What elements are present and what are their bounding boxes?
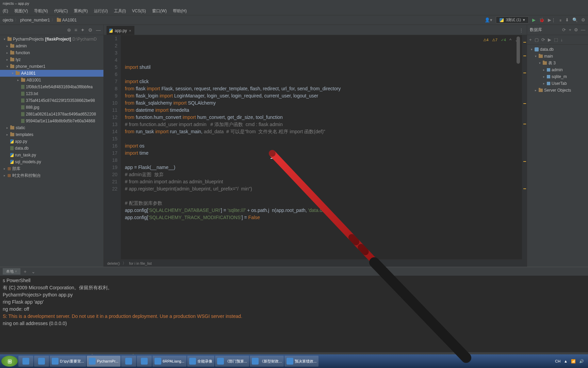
terminal-tab-local[interactable]: 本地 ×	[3, 268, 20, 275]
editor-tab-menu[interactable]: ⋮	[516, 26, 527, 35]
code-editor[interactable]: 12345678910111213141516171819202122 ⚠4 ⚠…	[104, 35, 527, 259]
folder-item[interactable]: ▸ lyz	[0, 56, 103, 63]
new-terminal-button[interactable]: +	[22, 269, 28, 274]
folder-item[interactable]: ▸ static	[0, 124, 103, 131]
menu-item[interactable]: 视图(V)	[14, 8, 28, 14]
file-item[interactable]: 1f08dc51efe54df4831694ba3f8bbfea	[0, 83, 103, 90]
file-item[interactable]: 123.txt	[0, 90, 103, 97]
more-run-icon[interactable]: ▶⋮	[548, 17, 556, 22]
code-line[interactable]	[125, 193, 527, 200]
db-tree-item[interactable]: ▾ 表 3	[528, 60, 587, 66]
code-line[interactable]: app.config['SQLALCHEMY_TRACK_MODIFICATIO…	[125, 214, 527, 221]
code-line[interactable]: # 配置数据库参数	[125, 200, 527, 207]
menu-item[interactable]: 导航(N)	[34, 8, 48, 14]
inspections-widget[interactable]: ⚠4 ⚠7 ✓4 ^ ⌄	[483, 36, 519, 44]
breadcrumb-item[interactable]: delete()	[107, 261, 120, 265]
db-settings-icon[interactable]: ⚙	[574, 27, 578, 32]
terminal-output[interactable]: s PowerShell有 (C) 2009 Microsoft Corpora…	[0, 276, 588, 352]
run-configuration-dropdown[interactable]: 3测试 (1) ▾	[496, 16, 529, 24]
file-item[interactable]: 95940af1e11a48b8b9d5b7e60a34868	[0, 118, 103, 124]
code-line[interactable]: import os	[125, 142, 527, 150]
code-line[interactable]: from flask import Flask, session, reques…	[125, 85, 527, 92]
menu-item[interactable]: 运行(U)	[94, 8, 108, 14]
db-tree-item[interactable]: ▸ sqlite_m	[528, 73, 587, 80]
ime-indicator[interactable]: CH	[555, 359, 560, 363]
tray-icon[interactable]: ▲	[564, 359, 568, 363]
breadcrumb[interactable]: ojects〉 phone_number1〉 AA1001	[3, 17, 77, 23]
folder-item[interactable]: ▾ AA1001	[0, 70, 103, 77]
menu-item[interactable]: 工具(I)	[114, 8, 126, 14]
taskbar-item[interactable]: PycharmPr...	[87, 356, 120, 367]
breadcrumb-segment[interactable]: ojects	[3, 18, 13, 22]
run-button[interactable]: ▶	[532, 17, 536, 22]
code-line[interactable]	[125, 157, 527, 164]
db-tree-item[interactable]: ▾ data.db	[528, 46, 587, 53]
db-tool-5[interactable]: ⬚	[554, 37, 558, 42]
taskbar-item[interactable]	[121, 356, 136, 367]
code-line[interactable]: import time	[125, 150, 527, 157]
code-line[interactable]: from function.hum_convert import hum_con…	[125, 114, 527, 121]
file-item[interactable]: app.py	[0, 138, 103, 145]
editor-breadcrumb[interactable]: delete() 〉 for i in file_list	[104, 259, 527, 267]
close-tab-icon[interactable]: ×	[129, 29, 131, 33]
start-button[interactable]: ⊞	[1, 356, 18, 367]
taskbar-item[interactable]: 全能录像	[187, 356, 214, 367]
folder-item[interactable]: ▸ function	[0, 49, 103, 56]
taskbar-item[interactable]: D:\py\重要宣...	[50, 356, 86, 367]
folder-item[interactable]: ▸ templates	[0, 131, 103, 138]
select-opened-file-icon[interactable]: ⊕	[67, 27, 71, 33]
code-line[interactable]: from flask_sqlalchemy import SQLAlchemy	[125, 99, 527, 107]
file-item[interactable]: 888.jpg	[0, 104, 103, 111]
taskbar-item[interactable]: 6RPALiang...	[152, 356, 186, 367]
code-line[interactable]: import click	[125, 78, 527, 85]
db-tool-6[interactable]: ↓	[561, 37, 563, 42]
error-stripe[interactable]	[522, 35, 527, 259]
db-tree-item[interactable]: ▸ Server Objects	[528, 87, 587, 94]
db-tree-item[interactable]: ▾ main	[528, 53, 587, 60]
file-item[interactable]: 2881a08261a141978ac6496ad652208	[0, 111, 103, 118]
project-tree[interactable]: ▾ PycharmProjects [flaskProject] D:\Pych…	[0, 35, 103, 180]
breadcrumb-segment[interactable]: phone_number1	[20, 18, 50, 22]
network-icon[interactable]: 📶	[571, 359, 576, 364]
editor-scrollbar[interactable]	[516, 35, 520, 259]
expand-all-icon[interactable]: ≡	[75, 27, 77, 33]
code-line[interactable]: from run_task import run_task_main, add_…	[125, 128, 527, 135]
file-item[interactable]: ▸⊞ 部库	[0, 165, 103, 172]
settings-icon[interactable]: ⚙	[88, 27, 93, 33]
db-hide-icon[interactable]: —	[581, 27, 585, 32]
breadcrumb-item[interactable]: for i in file_list	[129, 261, 152, 265]
debug-button[interactable]: 🐞	[539, 17, 544, 22]
taskbar-item[interactable]	[18, 356, 33, 367]
code-line[interactable]: app.config['SQLALCHEMY_DATABASE_URI'] = …	[125, 207, 527, 214]
menu-item[interactable]: 代码(C)	[54, 8, 68, 14]
menu-item[interactable]: 帮助(H)	[173, 8, 187, 14]
hide-icon[interactable]: —	[96, 27, 101, 33]
taskbar-item[interactable]: 预决算绩效...	[284, 356, 318, 367]
volume-icon[interactable]: 🔊	[579, 359, 584, 364]
user-icon[interactable]: 👤▾	[485, 17, 492, 22]
menu-item[interactable]: 重构(R)	[74, 8, 88, 14]
file-item[interactable]: data.db	[0, 145, 103, 152]
menu-item[interactable]: 窗口(W)	[152, 8, 167, 14]
prev-highlight-icon[interactable]: ^	[509, 36, 511, 44]
db-add-icon[interactable]: +	[569, 27, 571, 32]
folder-item[interactable]: ▸ admin	[0, 43, 103, 49]
vcs-icon[interactable]: ⬇	[565, 17, 569, 22]
code-line[interactable]: from datetime import timedelta	[125, 107, 527, 114]
taskbar-item[interactable]: 《新型财政...	[250, 356, 284, 367]
code-line[interactable]: import shutil	[125, 64, 527, 71]
breadcrumb-segment[interactable]: AA1001	[62, 18, 77, 22]
code-line[interactable]: from flask_login import LoginManager, lo…	[125, 92, 527, 99]
db-tool-2[interactable]: ▢	[535, 37, 539, 42]
file-item[interactable]: 375af4145c874d229f1f33538662be98	[0, 97, 103, 104]
editor-tab-app-py[interactable]: app.py ×	[107, 26, 134, 35]
menu-item[interactable]: VCS(S)	[132, 9, 146, 13]
taskbar-item[interactable]	[137, 356, 152, 367]
taskbar-item[interactable]	[34, 356, 49, 367]
menu-item[interactable]: (E)	[3, 9, 8, 13]
database-tree[interactable]: ▾ data.db▾ main▾ 表 3▸ admin▸ sqlite_m▸ U…	[527, 45, 588, 95]
code-line[interactable]: # app.register_blueprint(admin_blueprint…	[125, 185, 527, 193]
project-root[interactable]: ▾ PycharmProjects [flaskProject] D:\Pych…	[0, 36, 103, 43]
file-item[interactable]: run_task.py	[0, 152, 103, 158]
stop-button[interactable]: ∎	[559, 17, 562, 22]
